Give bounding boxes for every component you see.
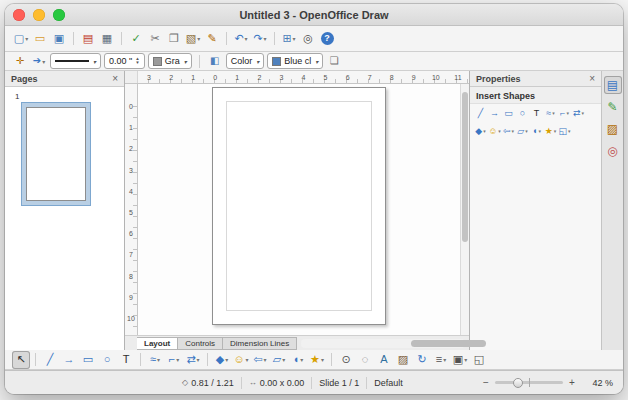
- paste-icon[interactable]: ▧▾: [184, 30, 202, 48]
- chevron-down-icon[interactable]: ▾: [566, 110, 569, 116]
- vertical-scrollbar-thumb[interactable]: [462, 92, 468, 242]
- chevron-down-icon[interactable]: ▾: [315, 58, 318, 65]
- zoom-slider-thumb[interactable]: [513, 378, 523, 388]
- chevron-down-icon[interactable]: ▾: [498, 128, 501, 134]
- line-icon[interactable]: ╱: [474, 106, 487, 120]
- arrange-icon[interactable]: ▣▾: [451, 351, 469, 369]
- save-icon[interactable]: ▣: [50, 30, 68, 48]
- chevron-down-icon[interactable]: ▾: [483, 128, 486, 134]
- format-paintbrush-icon[interactable]: ✎: [203, 30, 221, 48]
- chevron-down-icon[interactable]: ▾: [512, 128, 515, 134]
- print-icon[interactable]: ▦: [98, 30, 116, 48]
- basic-shapes-icon[interactable]: ◆▾: [213, 351, 231, 369]
- copy-icon[interactable]: ❐: [165, 30, 183, 48]
- chevron-down-icon[interactable]: ▾: [293, 35, 296, 42]
- chevron-down-icon[interactable]: ▾: [525, 128, 528, 134]
- chevron-down-icon[interactable]: ▾: [245, 35, 248, 42]
- open-icon[interactable]: ▭: [31, 30, 49, 48]
- lines-arrows-icon[interactable]: ⇄▾: [572, 106, 585, 120]
- chevron-down-icon[interactable]: ▾: [197, 356, 200, 363]
- chevron-down-icon[interactable]: ▾: [197, 35, 200, 42]
- gallery-deck-icon[interactable]: ▨: [604, 120, 622, 138]
- drawing-page[interactable]: [212, 87, 386, 325]
- line-style-select[interactable]: ▾: [50, 53, 101, 69]
- navigator-deck-icon[interactable]: ◎: [604, 142, 622, 160]
- flowchart-icon[interactable]: ▱▾: [516, 124, 529, 138]
- minimize-button[interactable]: [33, 9, 45, 21]
- chevron-down-icon[interactable]: ▾: [256, 58, 259, 65]
- chevron-down-icon[interactable]: ▾: [282, 356, 285, 363]
- chevron-down-icon[interactable]: ▾: [321, 356, 324, 363]
- styles-deck-icon[interactable]: ✎: [604, 98, 622, 116]
- help-icon[interactable]: ?: [318, 30, 336, 48]
- spin-down-icon[interactable]: ▼: [135, 61, 139, 65]
- connector-icon[interactable]: ⌐▾: [165, 351, 183, 369]
- drawing-canvas[interactable]: [138, 84, 460, 335]
- redo-icon[interactable]: ↷▾: [251, 30, 269, 48]
- symbol-shapes-icon[interactable]: ☺▾: [232, 351, 250, 369]
- glue-points-icon[interactable]: ◌: [356, 351, 374, 369]
- block-arrows-icon[interactable]: ⇦▾: [251, 351, 269, 369]
- line-icon[interactable]: ╱: [41, 351, 59, 369]
- insert-image-icon[interactable]: ▨: [394, 351, 412, 369]
- select-icon[interactable]: ↖: [12, 351, 30, 369]
- 3d-objects-icon[interactable]: ◱▾: [558, 124, 571, 138]
- edit-points-icon[interactable]: ⊙: [337, 351, 355, 369]
- basic-shapes-icon[interactable]: ◆▾: [474, 124, 487, 138]
- connector-icon[interactable]: ⌐▾: [558, 106, 571, 120]
- align-icon[interactable]: ≡▾: [432, 351, 450, 369]
- rotate-icon[interactable]: ↻: [413, 351, 431, 369]
- ellipse-icon[interactable]: ○: [516, 106, 529, 120]
- lines-arrows-icon[interactable]: ⇄▾: [184, 351, 202, 369]
- arrow-style-icon[interactable]: ➔▾: [31, 53, 47, 69]
- export-pdf-icon[interactable]: ▤: [79, 30, 97, 48]
- shadow-icon[interactable]: ❏: [326, 53, 342, 69]
- block-arrows-icon[interactable]: ⇦▾: [502, 124, 515, 138]
- edit-points-icon[interactable]: ✛: [12, 53, 28, 69]
- properties-deck-icon[interactable]: ▤: [604, 76, 622, 94]
- layer-tab[interactable]: Layout: [137, 337, 178, 350]
- fontwork-icon[interactable]: A: [375, 351, 393, 369]
- chevron-down-icon[interactable]: ▾: [184, 58, 187, 65]
- text-box-icon[interactable]: T: [530, 106, 543, 120]
- chevron-down-icon[interactable]: ▾: [443, 356, 446, 363]
- zoom-in-button[interactable]: +: [567, 377, 577, 388]
- title-bar[interactable]: Untitled 3 - OpenOffice Draw: [5, 4, 623, 26]
- chevron-down-icon[interactable]: ▾: [176, 356, 179, 363]
- layer-tab[interactable]: Dimension Lines: [223, 337, 297, 350]
- curve-icon[interactable]: ≈▾: [544, 106, 557, 120]
- chevron-down-icon[interactable]: ▾: [538, 128, 541, 134]
- template-name[interactable]: Default: [367, 378, 410, 388]
- chevron-down-icon[interactable]: ▾: [225, 356, 228, 363]
- chevron-down-icon[interactable]: ▾: [552, 110, 555, 116]
- arrow-icon[interactable]: →: [60, 351, 78, 369]
- undo-icon[interactable]: ↶▾: [232, 30, 250, 48]
- close-pages-panel-button[interactable]: ×: [112, 73, 118, 84]
- spinner-buttons[interactable]: ▲▼: [135, 57, 139, 65]
- chevron-down-icon[interactable]: ▾: [582, 110, 585, 116]
- close-button[interactable]: [13, 9, 25, 21]
- symbol-shapes-icon[interactable]: ☺▾: [488, 124, 501, 138]
- horizontal-ruler[interactable]: 32101234567891011: [125, 71, 469, 84]
- vertical-scrollbar[interactable]: [460, 84, 469, 335]
- line-width-spinner[interactable]: 0.00 "▲▼: [104, 53, 145, 69]
- rectangle-icon[interactable]: ▭: [79, 351, 97, 369]
- stars-icon[interactable]: ★▾: [308, 351, 326, 369]
- area-color-select[interactable]: Blue cl▾: [267, 53, 323, 69]
- page-thumbnail[interactable]: [21, 102, 91, 206]
- text-icon[interactable]: T: [117, 351, 135, 369]
- callouts-icon[interactable]: ◖▾: [289, 351, 307, 369]
- chevron-down-icon[interactable]: ▾: [554, 128, 557, 134]
- new-document-icon[interactable]: ▢▾: [12, 30, 30, 48]
- chevron-down-icon[interactable]: ▾: [157, 356, 160, 363]
- chevron-down-icon[interactable]: ▾: [25, 35, 28, 42]
- chevron-down-icon[interactable]: ▾: [246, 356, 249, 363]
- chevron-down-icon[interactable]: ▾: [264, 35, 267, 42]
- flowchart-icon[interactable]: ▱▾: [270, 351, 288, 369]
- horizontal-scrollbar[interactable]: [301, 339, 465, 348]
- chevron-down-icon[interactable]: ▾: [568, 128, 571, 134]
- vertical-ruler[interactable]: 012345678910: [125, 84, 138, 335]
- chevron-down-icon[interactable]: ▾: [264, 356, 267, 363]
- horizontal-scrollbar-thumb[interactable]: [411, 340, 486, 347]
- chevron-down-icon[interactable]: ▾: [300, 356, 303, 363]
